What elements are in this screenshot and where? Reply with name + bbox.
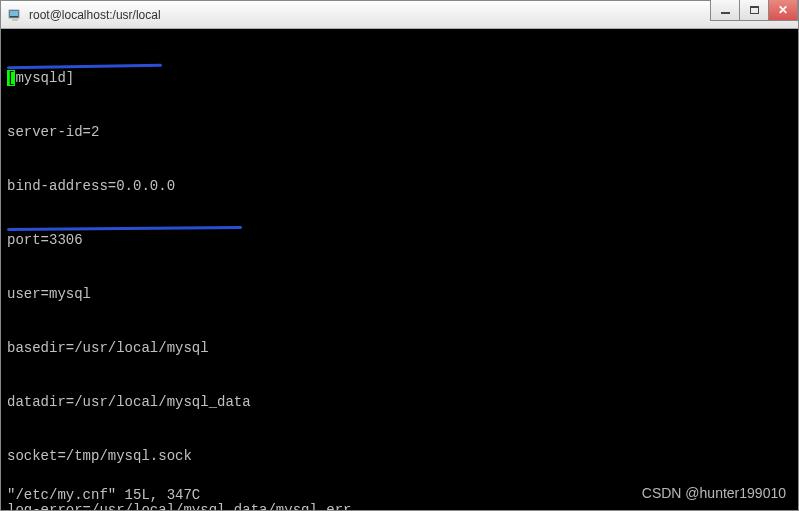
maximize-button[interactable] <box>739 0 769 21</box>
close-button[interactable]: ✕ <box>768 0 798 21</box>
putty-icon <box>7 7 23 23</box>
config-line: port=3306 <box>7 231 792 249</box>
watermark: CSDN @hunter199010 <box>642 484 786 502</box>
config-line: datadir=/usr/local/mysql_data <box>7 393 792 411</box>
terminal-content[interactable]: [mysqld] server-id=2 bind-address=0.0.0.… <box>1 29 798 510</box>
minimize-icon <box>721 12 730 14</box>
line-text: mysqld] <box>15 70 74 86</box>
config-line: socket=/tmp/mysql.sock <box>7 447 792 465</box>
vim-status-line: "/etc/my.cnf" 15L, 347C <box>7 486 200 504</box>
maximize-icon <box>750 6 759 14</box>
window-title: root@localhost:/usr/local <box>29 8 161 22</box>
svg-rect-2 <box>12 19 18 21</box>
config-line: server-id=2 <box>7 123 792 141</box>
terminal-window: root@localhost:/usr/local ✕ [mysqld] ser… <box>0 0 799 511</box>
minimize-button[interactable] <box>710 0 740 21</box>
close-icon: ✕ <box>778 3 788 17</box>
config-line: user=mysql <box>7 285 792 303</box>
config-line: bind-address=0.0.0.0 <box>7 177 792 195</box>
title-bar[interactable]: root@localhost:/usr/local ✕ <box>1 1 798 29</box>
svg-rect-1 <box>10 11 18 16</box>
config-line: [mysqld] <box>7 69 792 87</box>
window-controls: ✕ <box>711 0 798 21</box>
config-line: basedir=/usr/local/mysql <box>7 339 792 357</box>
